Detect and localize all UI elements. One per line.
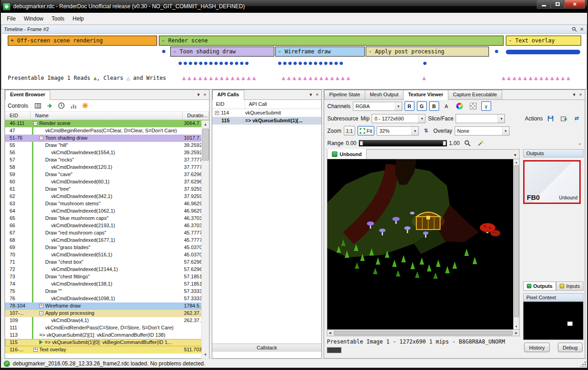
event-row[interactable]: 60vkCmdDrawIndexed(60,1)37.62963: [5, 178, 209, 186]
panel-close-icon[interactable]: ×: [579, 92, 582, 98]
timeline-block[interactable]: - Toon shading draw: [170, 47, 274, 57]
tab-api-calls[interactable]: API Calls: [212, 90, 244, 100]
tab-capture-executable[interactable]: Capture Executable: [448, 90, 502, 99]
event-row[interactable]: 66vkCmdDrawIndexed(2193,1)46.37037: [5, 222, 209, 229]
toolbar-overflow-icon[interactable]: ⌄: [578, 141, 582, 146]
api-call-row[interactable]: 115=> vkQueueSubmit(1)[...: [212, 117, 321, 125]
save-texture-button[interactable]: [545, 114, 556, 123]
panel-menu-icon[interactable]: ▾: [197, 92, 200, 98]
fb0-thumbnail[interactable]: FB0 Unbound: [523, 160, 581, 204]
callstack-section[interactable]: Callstack: [212, 344, 321, 352]
event-row[interactable]: 63Draw "mushroom stems"46.96296: [5, 200, 209, 208]
checkerboard-background-button[interactable]: [467, 101, 479, 111]
tab-pipeline-state[interactable]: Pipeline State: [324, 90, 365, 99]
zoom-range-button[interactable]: [462, 138, 473, 148]
timeline-canvas[interactable]: + Off-screen scene rendering- Render sce…: [1, 34, 587, 89]
debug-button[interactable]: Debug: [558, 343, 583, 352]
event-row[interactable]: 107-...−Apply post processing262.37...: [5, 310, 209, 317]
timeline-block[interactable]: + Off-screen scene rendering: [8, 36, 157, 46]
range-slider[interactable]: [359, 140, 447, 146]
event-row[interactable]: 56vkCmdDrawIndexed(1554,1)39.25926: [5, 149, 209, 156]
columns-options-icon[interactable]: [34, 102, 42, 110]
event-row[interactable]: 75Draw ""57.33333: [5, 288, 209, 295]
scroll-right-icon[interactable]: ▶: [514, 331, 519, 335]
panel-menu-icon[interactable]: ▾: [310, 92, 312, 98]
red-channel-button[interactable]: R: [404, 101, 415, 111]
slice-face-select[interactable]: ▾: [456, 114, 505, 123]
tab-mesh-output[interactable]: Mesh Output: [365, 90, 404, 99]
export-texture-button[interactable]: [558, 114, 569, 123]
event-row[interactable]: 61Draw "tree"37.92593: [5, 186, 209, 193]
collapse-icon[interactable]: −: [33, 121, 37, 125]
api-table-header[interactable]: EID API Call: [212, 100, 321, 109]
flip-y-button[interactable]: ⇅: [421, 126, 431, 135]
texture-horizontal-scrollbar[interactable]: ◀ ▶: [327, 330, 520, 336]
texture-tab-unbound[interactable]: Unbound: [327, 149, 367, 159]
texture-display[interactable]: ▲ ▼: [327, 159, 520, 330]
close-button[interactable]: ✕: [564, 0, 585, 9]
scroll-down-icon[interactable]: ▼: [202, 351, 209, 359]
event-row[interactable]: 62vkCmdDrawIndexed(342,1)37.92593: [5, 193, 209, 200]
gamma-button[interactable]: γ: [481, 101, 491, 111]
collapse-icon[interactable]: −: [39, 136, 43, 140]
range-black-point-handle[interactable]: [360, 141, 363, 146]
timeline-close-icon[interactable]: ✕: [580, 26, 584, 32]
event-row[interactable]: 111vkCmdEndRenderPass(C=Store, D=Store, …: [5, 324, 209, 332]
stats-icon[interactable]: [69, 102, 78, 110]
event-row[interactable]: 71Draw "chest box"57.62963: [5, 259, 209, 266]
event-row[interactable]: 116-...+Text overlay511.7037: [5, 346, 209, 354]
event-row[interactable]: 69Draw "grass blades"45.03704: [5, 244, 209, 251]
event-row[interactable]: 109vkCmdDraw(4,1)262.37...: [5, 317, 209, 324]
tab-outputs[interactable]: Outputs: [523, 281, 556, 291]
event-row[interactable]: 57Draw "rocks"37.77778: [5, 156, 209, 164]
event-browser-scrollbar[interactable]: ▲ ▼: [201, 120, 209, 359]
scroll-left-icon[interactable]: ◀: [327, 331, 332, 335]
tab-inputs[interactable]: Inputs: [556, 281, 583, 291]
zoom-1to1-button[interactable]: 1:1: [344, 126, 355, 135]
menu-window[interactable]: Window: [20, 14, 47, 24]
event-table-header[interactable]: EID Name Duratio...: [5, 112, 209, 120]
event-row[interactable]: 115=> vkQueueSubmit(1)[0]: vkBeginComman…: [5, 339, 209, 346]
pixel-context-view[interactable]: [523, 302, 583, 340]
event-row[interactable]: 68vkCmdDrawIndexed(1677,1)45.77778: [5, 237, 209, 244]
event-row[interactable]: 55Draw "hill"39.25926: [5, 142, 209, 149]
zoom-level-combo[interactable]: 32%▾: [377, 126, 419, 135]
event-row[interactable]: 74vkCmdDrawIndexed(138,1)57.18518: [5, 281, 209, 288]
minimize-button[interactable]: [537, 0, 551, 9]
mip-select[interactable]: 0 - 1272x690▾: [372, 114, 425, 123]
event-row[interactable]: 58vkCmdDrawIndexed(120,1)37.77778: [5, 164, 209, 171]
event-row[interactable]: 76vkCmdDrawIndexed(1098,1)57.33333: [5, 295, 209, 302]
open-resource-button[interactable]: ⇄: [572, 114, 582, 123]
panel-menu-icon[interactable]: ▾: [573, 92, 576, 98]
menu-tools[interactable]: Tools: [47, 14, 68, 24]
collapse-icon[interactable]: −: [39, 311, 43, 315]
menu-help[interactable]: Help: [68, 14, 88, 24]
expand-icon[interactable]: +: [215, 111, 219, 115]
event-row[interactable]: 65Draw "blue mushroom caps"46.37037: [5, 215, 209, 222]
maximize-button[interactable]: [551, 0, 564, 9]
history-button[interactable]: History: [524, 343, 550, 352]
event-row[interactable]: 73Draw "chest fittings"57.18518: [5, 273, 209, 281]
blue-channel-button[interactable]: B: [429, 101, 439, 111]
scroll-up-icon[interactable]: ▲: [202, 120, 209, 128]
event-row[interactable]: 46-111−Render scene3064.7...: [5, 120, 209, 127]
event-row[interactable]: 59Draw "cave"37.62963: [5, 171, 209, 178]
event-row[interactable]: 72vkCmdDrawIndexed(12144,1)57.62963: [5, 266, 209, 273]
event-row[interactable]: 78-104+Wireframe draw1784.5...: [5, 302, 209, 310]
timeline-block[interactable]: - Apply post processing: [366, 47, 489, 57]
range-white-point-handle[interactable]: [443, 141, 446, 146]
resize-grip[interactable]: [580, 361, 586, 367]
pin-icon[interactable]: [572, 27, 577, 32]
event-row[interactable]: 51-76−Toon shading draw1017.7...: [5, 135, 209, 142]
event-row[interactable]: 64vkCmdDrawIndexed(1062,1)46.96296: [5, 208, 209, 215]
panel-close-icon[interactable]: ×: [204, 92, 206, 98]
channels-select[interactable]: RGBA▾: [353, 102, 402, 111]
bookmark-star-icon[interactable]: [81, 102, 89, 110]
time-draws-icon[interactable]: [58, 102, 66, 110]
event-row[interactable]: 113=> vkQueueSubmit(2)[1]: vkEndCommandB…: [5, 332, 209, 339]
panel-close-icon[interactable]: ×: [316, 92, 319, 98]
timeline-block[interactable]: - Wireframe draw: [275, 47, 365, 57]
event-row[interactable]: 67Draw "red mushroom caps"45.77778: [5, 229, 209, 237]
expand-icon[interactable]: +: [33, 348, 37, 352]
api-call-row[interactable]: +114vkQueueSubmit: [212, 109, 321, 117]
